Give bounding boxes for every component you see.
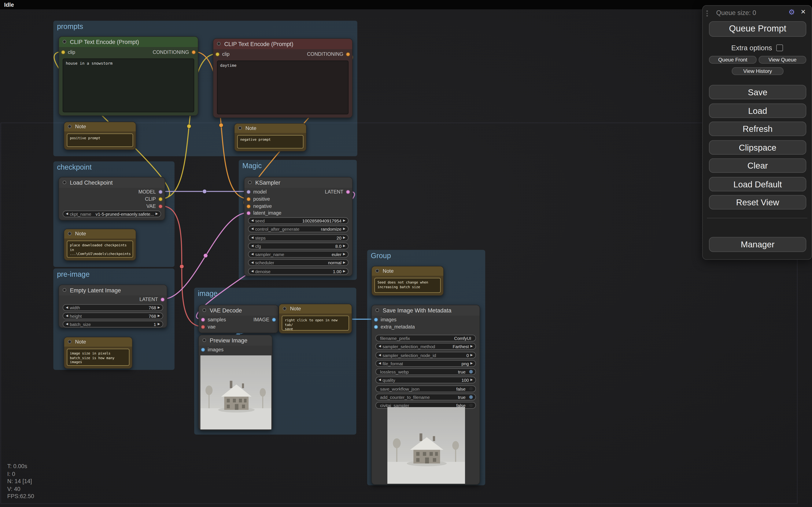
input-dot-clip-icon[interactable]	[61, 50, 65, 55]
note-textarea[interactable]: right click to open in new tab/ save	[282, 316, 349, 331]
view-queue-button[interactable]: View Queue	[759, 56, 806, 64]
settings-gear-icon[interactable]	[788, 8, 795, 16]
input-slot-negative[interactable]: negative	[247, 203, 272, 209]
drag-handle-icon[interactable]	[706, 10, 708, 16]
output-dot-clip-icon[interactable]	[158, 197, 163, 201]
widget-sampler-selection-method[interactable]: sampler_selection_method Farthest	[375, 343, 476, 350]
node-title-bar[interactable]: Preview Image	[199, 335, 272, 346]
widget-lossless-webp[interactable]: lossless_webp true	[375, 369, 476, 375]
group-title-checkpoint[interactable]: checkpoint	[53, 161, 174, 173]
increment-arrow-icon[interactable]	[470, 343, 473, 350]
input-slot-vae[interactable]: vae	[201, 324, 215, 330]
note-textarea[interactable]: positive prompt	[67, 133, 133, 147]
load-button[interactable]: Load	[709, 104, 806, 118]
toggle-on-icon[interactable]	[469, 370, 473, 374]
increment-arrow-icon[interactable]	[470, 352, 473, 358]
input-slot-samples[interactable]: samples	[201, 317, 226, 323]
node-title-bar[interactable]: Note	[372, 266, 443, 276]
input-slot-extra-metadata[interactable]: extra_metadata	[374, 324, 415, 330]
increment-arrow-icon[interactable]	[343, 234, 345, 241]
widget-file-format[interactable]: file_format png	[375, 360, 476, 367]
queue-front-button[interactable]: Queue Front	[709, 56, 757, 64]
node-title-bar[interactable]: CLIP Text Encode (Prompt)	[213, 39, 352, 49]
group-title-magic[interactable]: Magic	[239, 160, 357, 171]
increment-arrow-icon[interactable]	[343, 251, 345, 258]
positive-prompt-textarea[interactable]: house in a snowstorm	[63, 59, 194, 112]
widget-sampler-name[interactable]: sampler_name euler	[248, 251, 349, 258]
node-vae-decode[interactable]: VAE Decode samples vae IMAGE	[198, 304, 279, 333]
increment-arrow-icon[interactable]	[158, 313, 160, 319]
note-textarea[interactable]: image size in pixels batch_size is how m…	[67, 349, 130, 366]
increment-arrow-icon[interactable]	[158, 321, 160, 327]
input-dot-vae-icon[interactable]	[201, 325, 205, 329]
output-slot-clip[interactable]: CLIP	[145, 196, 163, 202]
manager-button[interactable]: Manager	[709, 237, 806, 252]
decrement-arrow-icon[interactable]	[378, 377, 381, 383]
increment-arrow-icon[interactable]	[158, 304, 160, 311]
widget-steps[interactable]: steps 20	[248, 234, 349, 241]
increment-arrow-icon[interactable]	[343, 243, 345, 249]
node-title-bar[interactable]: Load Checkpoint	[59, 177, 165, 188]
input-slot-latent-image[interactable]: latent_image	[247, 210, 282, 216]
node-title-bar[interactable]: CLIP Text Encode (Prompt)	[59, 37, 198, 47]
note-textarea[interactable]: Seed does not change when increasing bat…	[374, 278, 441, 293]
widget-denoise[interactable]: denoise 1.00	[248, 268, 349, 275]
node-empty-latent-image[interactable]: Empty Latent Image LATENT width 768 heig…	[59, 285, 167, 328]
input-dot-latent-icon[interactable]	[247, 211, 251, 215]
increment-arrow-icon[interactable]	[343, 268, 345, 275]
widget-filename-prefix[interactable]: filename_prefix ComfyUI	[375, 335, 476, 341]
node-load-checkpoint[interactable]: Load Checkpoint MODEL CLIP VAE ckpt_name…	[59, 177, 165, 221]
node-note-image-size[interactable]: Note image size in pixels batch_size is …	[64, 337, 133, 369]
refresh-button[interactable]: Refresh	[709, 122, 806, 136]
input-slot-images[interactable]: images	[201, 347, 223, 353]
decrement-arrow-icon[interactable]	[66, 211, 68, 217]
decrement-arrow-icon[interactable]	[378, 352, 381, 358]
input-dot-model-icon[interactable]	[247, 190, 251, 194]
increment-arrow-icon[interactable]	[156, 211, 158, 217]
output-dot-latent-icon[interactable]	[160, 297, 165, 302]
increment-arrow-icon[interactable]	[470, 360, 473, 367]
group-title-pre-image[interactable]: pre-image	[53, 269, 174, 280]
decrement-arrow-icon[interactable]	[251, 234, 254, 241]
node-preview-image[interactable]: Preview Image images	[198, 335, 272, 430]
reset-view-button[interactable]: Reset View	[709, 195, 806, 210]
increment-arrow-icon[interactable]	[470, 377, 473, 383]
node-title-bar[interactable]: Note	[279, 304, 352, 314]
increment-arrow-icon[interactable]	[343, 226, 345, 232]
widget-control-after-generate[interactable]: control_after_generate randomize	[248, 226, 349, 232]
load-default-button[interactable]: Load Default	[709, 177, 806, 191]
node-title-bar[interactable]: KSampler	[245, 177, 352, 188]
toggle-on-icon[interactable]	[469, 395, 473, 399]
negative-prompt-textarea[interactable]: daytime	[217, 61, 349, 114]
widget-scheduler[interactable]: scheduler normal	[248, 259, 349, 266]
widget-add-counter-to-filename[interactable]: add_counter_to_filename true	[375, 394, 476, 400]
widget-batch-size[interactable]: batch_size 1	[63, 321, 163, 327]
input-slot-images[interactable]: images	[374, 317, 397, 323]
clipspace-button[interactable]: Clipspace	[709, 140, 806, 155]
extra-options-checkbox[interactable]	[776, 45, 783, 51]
node-save-image-with-metadata[interactable]: Save Image With Metadata images extra_me…	[371, 304, 480, 485]
node-note-checkpoint[interactable]: Note place downloaded checkpoints in ...…	[64, 229, 136, 261]
node-ksampler[interactable]: KSampler model positive negative latent_…	[244, 177, 353, 276]
node-note-positive[interactable]: Note positive prompt	[64, 122, 136, 150]
increment-arrow-icon[interactable]	[343, 259, 345, 266]
clear-button[interactable]: Clear	[709, 158, 806, 173]
note-textarea[interactable]: negative prompt	[237, 135, 303, 149]
decrement-arrow-icon[interactable]	[251, 226, 254, 232]
decrement-arrow-icon[interactable]	[251, 251, 254, 258]
widget-cfg[interactable]: cfg 8.0	[248, 243, 349, 249]
decrement-arrow-icon[interactable]	[251, 259, 254, 266]
node-clip-text-encode-positive[interactable]: CLIP Text Encode (Prompt) clip CONDITION…	[59, 36, 198, 116]
output-dot-conditioning-icon[interactable]	[346, 52, 350, 56]
output-slot-latent[interactable]: LATENT	[325, 189, 350, 195]
toggle-off-icon[interactable]	[469, 403, 473, 407]
node-note-rightclick[interactable]: Note right click to open in new tab/ sav…	[279, 304, 352, 334]
view-history-button[interactable]: View History	[732, 67, 783, 75]
close-icon[interactable]	[801, 8, 806, 15]
widget-width[interactable]: width 768	[63, 304, 163, 311]
input-dot-negative-icon[interactable]	[247, 204, 251, 209]
widget-seed[interactable]: seed 1002858940917954	[248, 217, 349, 224]
input-dot-clip-icon[interactable]	[215, 52, 220, 56]
node-note-negative[interactable]: Note negative prompt	[234, 123, 307, 152]
node-note-seed[interactable]: Note Seed does not change when increasin…	[371, 266, 444, 296]
